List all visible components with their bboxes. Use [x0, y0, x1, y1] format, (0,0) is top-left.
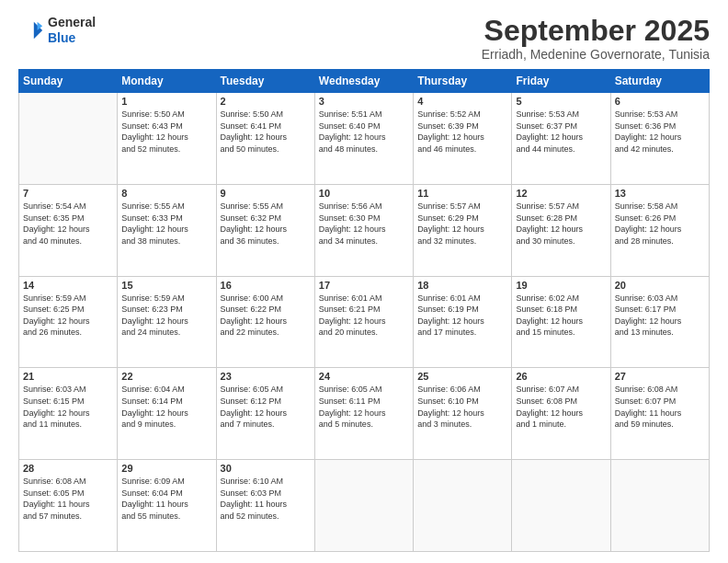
day-number: 30	[221, 463, 311, 474]
calendar-cell	[414, 460, 512, 552]
calendar-day-header: Sunday	[19, 70, 118, 93]
calendar-cell: 28Sunrise: 6:08 AMSunset: 6:05 PMDayligh…	[19, 460, 118, 552]
day-info: Sunrise: 5:58 AMSunset: 6:26 PMDaylight:…	[615, 201, 705, 247]
day-info: Sunrise: 6:03 AMSunset: 6:17 PMDaylight:…	[615, 293, 705, 339]
day-number: 21	[23, 371, 113, 382]
day-number: 1	[121, 96, 211, 107]
calendar-cell: 9Sunrise: 5:55 AMSunset: 6:32 PMDaylight…	[216, 184, 314, 276]
calendar-cell: 30Sunrise: 6:10 AMSunset: 6:03 PMDayligh…	[216, 460, 314, 552]
calendar-cell: 13Sunrise: 5:58 AMSunset: 6:26 PMDayligh…	[610, 184, 709, 276]
calendar-cell: 19Sunrise: 6:02 AMSunset: 6:18 PMDayligh…	[512, 276, 610, 368]
day-number: 22	[121, 371, 211, 382]
calendar-day-header: Friday	[512, 70, 610, 93]
day-info: Sunrise: 6:00 AMSunset: 6:22 PMDaylight:…	[221, 293, 311, 339]
day-info: Sunrise: 6:03 AMSunset: 6:15 PMDaylight:…	[23, 384, 113, 430]
day-number: 8	[121, 188, 211, 199]
title-block: September 2025 Erriadh, Medenine Governo…	[482, 15, 710, 62]
day-number: 11	[417, 188, 507, 199]
day-info: Sunrise: 6:05 AMSunset: 6:12 PMDaylight:…	[221, 384, 311, 430]
day-number: 10	[319, 188, 409, 199]
day-number: 25	[417, 371, 507, 382]
day-number: 19	[516, 280, 606, 291]
header: General Blue September 2025 Erriadh, Med…	[18, 15, 710, 62]
calendar-cell: 8Sunrise: 5:55 AMSunset: 6:33 PMDaylight…	[118, 184, 216, 276]
calendar-day-header: Monday	[118, 70, 216, 93]
day-number: 24	[319, 371, 409, 382]
day-info: Sunrise: 5:51 AMSunset: 6:40 PMDaylight:…	[319, 109, 409, 155]
day-info: Sunrise: 5:55 AMSunset: 6:32 PMDaylight:…	[221, 201, 311, 247]
calendar-header-row: SundayMondayTuesdayWednesdayThursdayFrid…	[19, 70, 710, 93]
calendar-cell: 5Sunrise: 5:53 AMSunset: 6:37 PMDaylight…	[512, 93, 610, 185]
day-number: 15	[121, 280, 211, 291]
day-info: Sunrise: 6:08 AMSunset: 6:07 PMDaylight:…	[615, 384, 705, 430]
day-number: 7	[23, 188, 113, 199]
day-info: Sunrise: 5:53 AMSunset: 6:37 PMDaylight:…	[516, 109, 606, 155]
day-info: Sunrise: 6:02 AMSunset: 6:18 PMDaylight:…	[516, 293, 606, 339]
calendar-week-row: 14Sunrise: 5:59 AMSunset: 6:25 PMDayligh…	[19, 276, 710, 368]
day-info: Sunrise: 5:50 AMSunset: 6:41 PMDaylight:…	[221, 109, 311, 155]
month-title: September 2025	[482, 15, 710, 47]
calendar-cell: 7Sunrise: 5:54 AMSunset: 6:35 PMDaylight…	[19, 184, 118, 276]
calendar-week-row: 1Sunrise: 5:50 AMSunset: 6:43 PMDaylight…	[19, 93, 710, 185]
day-info: Sunrise: 5:54 AMSunset: 6:35 PMDaylight:…	[23, 201, 113, 247]
calendar-cell: 26Sunrise: 6:07 AMSunset: 6:08 PMDayligh…	[512, 368, 610, 460]
calendar-day-header: Saturday	[610, 70, 709, 93]
calendar-cell: 12Sunrise: 5:57 AMSunset: 6:28 PMDayligh…	[512, 184, 610, 276]
calendar-day-header: Wednesday	[314, 70, 413, 93]
day-number: 2	[221, 96, 311, 107]
day-info: Sunrise: 6:01 AMSunset: 6:21 PMDaylight:…	[319, 293, 409, 339]
calendar-cell: 18Sunrise: 6:01 AMSunset: 6:19 PMDayligh…	[414, 276, 512, 368]
day-number: 20	[615, 280, 705, 291]
calendar-cell: 11Sunrise: 5:57 AMSunset: 6:29 PMDayligh…	[414, 184, 512, 276]
calendar-cell	[512, 460, 610, 552]
calendar-cell: 3Sunrise: 5:51 AMSunset: 6:40 PMDaylight…	[314, 93, 413, 185]
logo: General Blue	[18, 15, 96, 46]
calendar-cell: 6Sunrise: 5:53 AMSunset: 6:36 PMDaylight…	[610, 93, 709, 185]
calendar-day-header: Tuesday	[216, 70, 314, 93]
day-info: Sunrise: 5:57 AMSunset: 6:28 PMDaylight:…	[516, 201, 606, 247]
location-title: Erriadh, Medenine Governorate, Tunisia	[482, 47, 710, 62]
calendar-week-row: 21Sunrise: 6:03 AMSunset: 6:15 PMDayligh…	[19, 368, 710, 460]
day-info: Sunrise: 5:52 AMSunset: 6:39 PMDaylight:…	[417, 109, 507, 155]
day-info: Sunrise: 6:01 AMSunset: 6:19 PMDaylight:…	[417, 293, 507, 339]
calendar-cell: 16Sunrise: 6:00 AMSunset: 6:22 PMDayligh…	[216, 276, 314, 368]
calendar-cell: 29Sunrise: 6:09 AMSunset: 6:04 PMDayligh…	[118, 460, 216, 552]
day-number: 18	[417, 280, 507, 291]
logo-text: General Blue	[48, 15, 96, 46]
calendar-cell: 4Sunrise: 5:52 AMSunset: 6:39 PMDaylight…	[414, 93, 512, 185]
calendar-cell	[610, 460, 709, 552]
day-number: 28	[23, 463, 113, 474]
day-number: 14	[23, 280, 113, 291]
logo-icon	[18, 17, 44, 43]
day-info: Sunrise: 5:56 AMSunset: 6:30 PMDaylight:…	[319, 201, 409, 247]
calendar-cell: 15Sunrise: 5:59 AMSunset: 6:23 PMDayligh…	[118, 276, 216, 368]
calendar-cell: 21Sunrise: 6:03 AMSunset: 6:15 PMDayligh…	[19, 368, 118, 460]
logo-line1: General	[48, 15, 96, 30]
day-info: Sunrise: 6:10 AMSunset: 6:03 PMDaylight:…	[221, 476, 311, 522]
day-number: 4	[417, 96, 507, 107]
day-number: 29	[121, 463, 211, 474]
calendar-cell: 17Sunrise: 6:01 AMSunset: 6:21 PMDayligh…	[314, 276, 413, 368]
day-number: 5	[516, 96, 606, 107]
calendar-cell: 14Sunrise: 5:59 AMSunset: 6:25 PMDayligh…	[19, 276, 118, 368]
calendar-cell	[19, 93, 118, 185]
calendar-cell: 20Sunrise: 6:03 AMSunset: 6:17 PMDayligh…	[610, 276, 709, 368]
day-info: Sunrise: 6:04 AMSunset: 6:14 PMDaylight:…	[121, 384, 211, 430]
day-info: Sunrise: 5:59 AMSunset: 6:25 PMDaylight:…	[23, 293, 113, 339]
day-info: Sunrise: 6:08 AMSunset: 6:05 PMDaylight:…	[23, 476, 113, 522]
calendar-cell: 27Sunrise: 6:08 AMSunset: 6:07 PMDayligh…	[610, 368, 709, 460]
calendar-day-header: Thursday	[414, 70, 512, 93]
day-number: 6	[615, 96, 705, 107]
day-info: Sunrise: 6:06 AMSunset: 6:10 PMDaylight:…	[417, 384, 507, 430]
calendar-cell: 25Sunrise: 6:06 AMSunset: 6:10 PMDayligh…	[414, 368, 512, 460]
page: General Blue September 2025 Erriadh, Med…	[0, 0, 728, 563]
calendar-cell: 2Sunrise: 5:50 AMSunset: 6:41 PMDaylight…	[216, 93, 314, 185]
calendar-table: SundayMondayTuesdayWednesdayThursdayFrid…	[18, 69, 710, 552]
day-info: Sunrise: 5:53 AMSunset: 6:36 PMDaylight:…	[615, 109, 705, 155]
calendar-cell: 24Sunrise: 6:05 AMSunset: 6:11 PMDayligh…	[314, 368, 413, 460]
day-info: Sunrise: 5:50 AMSunset: 6:43 PMDaylight:…	[121, 109, 211, 155]
day-number: 23	[221, 371, 311, 382]
day-number: 13	[615, 188, 705, 199]
calendar-cell: 10Sunrise: 5:56 AMSunset: 6:30 PMDayligh…	[314, 184, 413, 276]
calendar-week-row: 7Sunrise: 5:54 AMSunset: 6:35 PMDaylight…	[19, 184, 710, 276]
